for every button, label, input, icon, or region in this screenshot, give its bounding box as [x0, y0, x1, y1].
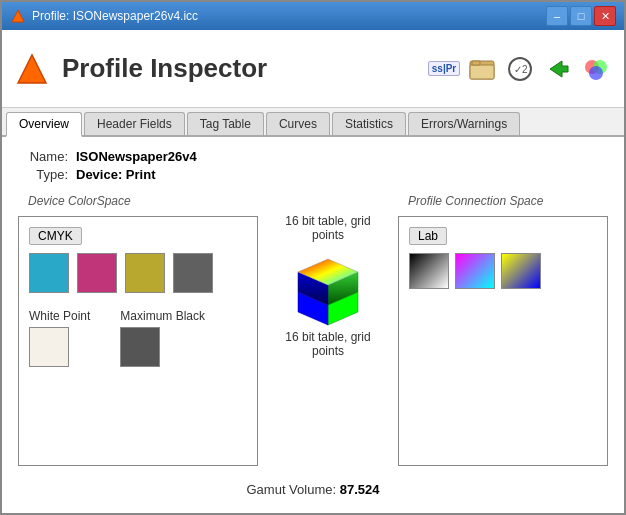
- minimize-button[interactable]: –: [546, 6, 568, 26]
- tab-overview[interactable]: Overview: [6, 112, 82, 137]
- svg-rect-4: [472, 61, 480, 65]
- white-point-label: White Point: [29, 309, 90, 323]
- lut-top-label: 16 bit table, grid points: [268, 214, 388, 242]
- lab-label: Lab: [409, 227, 447, 245]
- black-swatch[interactable]: [173, 253, 213, 293]
- name-row: Name: ISONewspaper26v4: [18, 149, 608, 164]
- yellow-swatch[interactable]: [125, 253, 165, 293]
- arrow-tool-button[interactable]: [542, 53, 574, 85]
- tab-statistics[interactable]: Statistics: [332, 112, 406, 135]
- title-bar: Profile: ISONewspaper26v4.icc – □ ✕: [2, 2, 624, 30]
- svg-text:✓2: ✓2: [514, 64, 528, 75]
- svg-marker-7: [550, 61, 568, 77]
- lab-yb-swatch[interactable]: [501, 253, 541, 289]
- toolbar: ss|Pr ✓2: [428, 53, 612, 85]
- tab-tag-table[interactable]: Tag Table: [187, 112, 264, 135]
- gamut-value: 87.524: [340, 482, 380, 497]
- colorful-tool-button[interactable]: [580, 53, 612, 85]
- type-row: Type: Device: Print: [18, 167, 608, 182]
- svg-point-10: [589, 66, 603, 80]
- pcs-wrapper: Profile Connection Space Lab: [398, 194, 608, 466]
- magenta-swatch[interactable]: [77, 253, 117, 293]
- colorspace-layout: Device ColorSpace CMYK White Point: [18, 194, 608, 466]
- lab-swatches: [409, 253, 597, 289]
- device-cs-wrapper: Device ColorSpace CMYK White Point: [18, 194, 258, 466]
- name-label: Name:: [18, 149, 68, 164]
- lab-mc-swatch[interactable]: [455, 253, 495, 289]
- pcs-section-label: Profile Connection Space: [408, 194, 543, 208]
- cmyk-swatches: [29, 253, 247, 293]
- tab-header-fields[interactable]: Header Fields: [84, 112, 185, 135]
- app-header: Profile Inspector ss|Pr ✓2: [2, 30, 624, 108]
- app-icon: [10, 8, 26, 24]
- title-bar-text: Profile: ISONewspaper26v4.icc: [32, 9, 546, 23]
- svg-marker-0: [12, 10, 24, 22]
- sspri-tool-button[interactable]: ss|Pr: [428, 53, 460, 85]
- gamut-section: Gamut Volume: 87.524: [18, 482, 608, 497]
- cyan-swatch[interactable]: [29, 253, 69, 293]
- svg-rect-3: [470, 65, 494, 79]
- tab-curves[interactable]: Curves: [266, 112, 330, 135]
- max-black-group: Maximum Black: [120, 309, 205, 367]
- white-point-swatch[interactable]: [29, 327, 69, 367]
- profile-info: Name: ISONewspaper26v4 Type: Device: Pri…: [18, 149, 608, 182]
- page-title: Profile Inspector: [62, 53, 267, 84]
- title-bar-controls: – □ ✕: [546, 6, 616, 26]
- tab-bar: Overview Header Fields Tag Table Curves …: [2, 108, 624, 137]
- wp-mb-section: White Point Maximum Black: [29, 309, 247, 367]
- validate-tool-button[interactable]: ✓2: [504, 53, 536, 85]
- svg-marker-1: [18, 55, 46, 83]
- maximize-button[interactable]: □: [570, 6, 592, 26]
- lut-section: 16 bit table, grid points: [258, 194, 398, 386]
- content-area: Name: ISONewspaper26v4 Type: Device: Pri…: [2, 137, 624, 513]
- gamut-label: Gamut Volume:: [247, 482, 337, 497]
- max-black-swatch[interactable]: [120, 327, 160, 367]
- device-cs-box: CMYK White Point Maximum Black: [18, 216, 258, 466]
- tab-errors[interactable]: Errors/Warnings: [408, 112, 520, 135]
- white-point-group: White Point: [29, 309, 90, 367]
- color-cube-icon: [288, 250, 368, 330]
- lut-bottom-label: 16 bit table, grid points: [268, 330, 388, 358]
- close-button[interactable]: ✕: [594, 6, 616, 26]
- name-value: ISONewspaper26v4: [76, 149, 197, 164]
- type-label: Type:: [18, 167, 68, 182]
- open-tool-button[interactable]: [466, 53, 498, 85]
- lab-bw-swatch[interactable]: [409, 253, 449, 289]
- cmyk-label: CMYK: [29, 227, 82, 245]
- max-black-label: Maximum Black: [120, 309, 205, 323]
- pcs-box: Lab: [398, 216, 608, 466]
- header-logo-icon: [14, 51, 50, 87]
- type-value: Device: Print: [76, 167, 155, 182]
- device-cs-section-label: Device ColorSpace: [28, 194, 131, 208]
- main-window: Profile: ISONewspaper26v4.icc – □ ✕ Prof…: [0, 0, 626, 515]
